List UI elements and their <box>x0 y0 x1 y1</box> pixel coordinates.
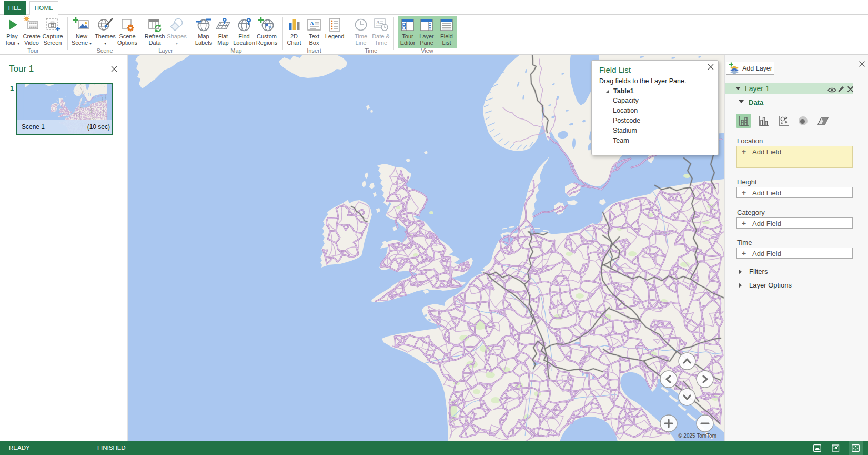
svg-text:A: A <box>376 19 380 25</box>
svg-text:© 2025 TomTom: © 2025 TomTom <box>678 433 716 439</box>
svg-text:A: A <box>310 20 314 26</box>
